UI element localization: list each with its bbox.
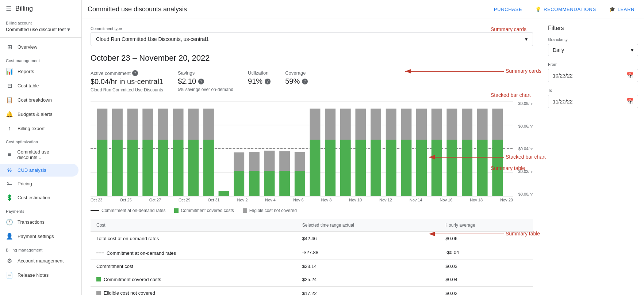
account-management-icon: ⚙	[6, 257, 13, 264]
x-label-oct23: Oct 23	[91, 198, 102, 202]
coverage-value: 59% ?	[285, 77, 308, 86]
legend-green-icon	[174, 208, 179, 213]
payment-settings-icon: 👤	[6, 233, 13, 240]
savings-label: Savings	[178, 70, 233, 76]
svg-rect-52	[446, 140, 457, 196]
billing-account-section: Billing account Committed use discount t…	[0, 17, 81, 35]
svg-rect-20	[203, 109, 214, 140]
recommendations-icon: 💡	[535, 7, 541, 12]
sidebar-item-overview[interactable]: ⊞ Overview	[0, 40, 78, 54]
y-label-0: $0.08/hr	[514, 101, 533, 106]
svg-rect-49	[432, 109, 442, 140]
bar-chart	[91, 101, 513, 196]
svg-rect-22	[219, 191, 229, 196]
coverage-help-icon[interactable]: ?	[302, 79, 308, 84]
svg-rect-26	[249, 171, 260, 196]
sidebar-item-reports[interactable]: 📊 Reports	[0, 64, 78, 79]
svg-rect-8	[112, 109, 123, 140]
sidebar-item-billing-export[interactable]: ↑ Billing export	[0, 121, 78, 135]
cud-analysis-icon: %	[6, 167, 13, 173]
recommendations-label: RECOMMENDATIONS	[544, 7, 596, 12]
cost-estimation-icon: 💲	[6, 194, 13, 201]
from-label: From	[548, 62, 638, 67]
svg-rect-40	[355, 140, 366, 196]
table-header-hourly: Hourly average	[440, 219, 533, 232]
sidebar-item-cud-analysis[interactable]: % CUD analysis	[0, 164, 78, 177]
sidebar-item-release-notes[interactable]: 📄 Release Notes	[0, 268, 78, 282]
legend-label-commitment: Commitment at on-demand rates	[101, 208, 165, 213]
granularity-select[interactable]: Daily ▾	[548, 44, 638, 56]
sidebar-item-budgets-alerts[interactable]: 🔔 Budgets & alerts	[0, 107, 78, 121]
table-cell-actual: $42.46	[296, 232, 440, 245]
x-label-oct25: Oct 25	[120, 198, 131, 202]
utilization-help-icon[interactable]: ?	[265, 79, 271, 84]
release-notes-icon: 📄	[6, 272, 13, 279]
table-cell-hourly: $0.04	[440, 273, 533, 287]
billing-account-selector[interactable]: Committed use discount test ▾	[6, 26, 76, 33]
sidebar-item-label-cost-table: Cost table	[18, 83, 39, 88]
main-area: Committed use discounts analysis PURCHAS…	[82, 0, 644, 295]
row-indicator-green: Commitment covered costs	[96, 277, 161, 282]
sidebar-item-account-management[interactable]: ⚙ Account management	[0, 254, 78, 268]
app-title: Billing	[15, 5, 33, 12]
sidebar-item-label-billing-export: Billing export	[18, 126, 45, 131]
learn-button[interactable]: 🎓 LEARN	[606, 4, 638, 14]
svg-rect-17	[173, 140, 184, 196]
sidebar-item-cost-table[interactable]: ⊟ Cost table	[0, 79, 78, 93]
sidebar-item-label-release-notes: Release Notes	[18, 272, 49, 278]
sidebar-item-cost-estimation[interactable]: 💲 Cost estimation	[0, 190, 78, 205]
sidebar-item-pricing[interactable]: 🏷 Pricing	[0, 177, 78, 190]
svg-rect-37	[340, 109, 351, 140]
table-cell-hourly: $0.02	[440, 287, 533, 295]
filters-title: Filters	[548, 25, 638, 31]
dash-icon	[96, 253, 104, 253]
recommendations-button[interactable]: 💡 RECOMMENDATIONS	[532, 4, 600, 14]
overview-icon: ⊞	[6, 44, 13, 50]
sidebar-item-transactions[interactable]: 🕐 Transactions	[0, 215, 78, 229]
y-label-1: $0.06/hr	[514, 124, 533, 128]
billing-account-name: Committed use discount test	[6, 27, 66, 32]
active-commitment-sub: Cloud Run Committed Use Discounts	[91, 87, 163, 92]
divider-top	[0, 37, 81, 38]
sidebar-item-committed-use[interactable]: ≡ Committed use discounts...	[0, 145, 78, 164]
chevron-down-icon: ▾	[67, 26, 70, 33]
sidebar-item-label-cost-breakdown: Cost breakdown	[18, 97, 52, 103]
x-label-oct29: Oct 29	[179, 198, 190, 202]
savings-value: $2.10 ?	[178, 77, 233, 86]
utilization-label: Utilization	[248, 70, 271, 76]
svg-rect-45	[401, 109, 411, 140]
savings-help-icon[interactable]: ?	[198, 79, 204, 84]
purchase-button[interactable]: PURCHASE	[490, 4, 526, 14]
row-indicator: Commitment at on-demand rates	[96, 250, 176, 256]
billing-account-label: Billing account	[6, 21, 76, 25]
from-date-value: 10/23/22	[553, 73, 573, 79]
active-commitment-help-icon[interactable]: ?	[132, 70, 138, 76]
y-label-3: $0.02/hr	[514, 169, 533, 174]
sidebar-header: ☰ Billing	[0, 0, 81, 17]
svg-rect-51	[446, 109, 457, 140]
commitment-type-select[interactable]: Cloud Run Committed Use Discounts, us-ce…	[91, 32, 533, 46]
to-date-input[interactable]: 11/20/22 📅	[548, 95, 638, 108]
green-square-icon	[96, 277, 101, 281]
legend-item-covered: Commitment covered costs	[174, 208, 234, 213]
table-cell-hourly: $0.06	[440, 232, 533, 245]
active-commitment-label: Active commitment ?	[91, 70, 163, 76]
section-label-cost-management: Cost management	[0, 54, 81, 64]
svg-rect-39	[355, 109, 366, 140]
sidebar: ☰ Billing Billing account Committed use …	[0, 0, 82, 295]
sidebar-item-label-pricing: Pricing	[18, 181, 32, 186]
from-date-input[interactable]: 10/23/22 📅	[548, 69, 638, 82]
sidebar-item-label-reports: Reports	[18, 69, 34, 74]
section-label-payments: Payments	[0, 205, 81, 215]
cost-table-icon: ⊟	[6, 82, 13, 89]
x-label-nov14: Nov 14	[410, 198, 422, 202]
cost-breakdown-icon: 📋	[6, 97, 13, 103]
sidebar-item-payment-settings[interactable]: 👤 Payment settings	[0, 229, 78, 243]
svg-rect-23	[234, 152, 244, 171]
chart-container: $0.08/hr $0.06/hr $0.04/hr $0.02/hr $0.0…	[91, 101, 533, 202]
to-label: To	[548, 88, 638, 92]
calendar-icon-to: 📅	[626, 98, 633, 105]
sidebar-item-cost-breakdown[interactable]: 📋 Cost breakdown	[0, 93, 78, 107]
legend-gray-icon	[243, 208, 247, 213]
learn-icon: 🎓	[609, 7, 616, 12]
